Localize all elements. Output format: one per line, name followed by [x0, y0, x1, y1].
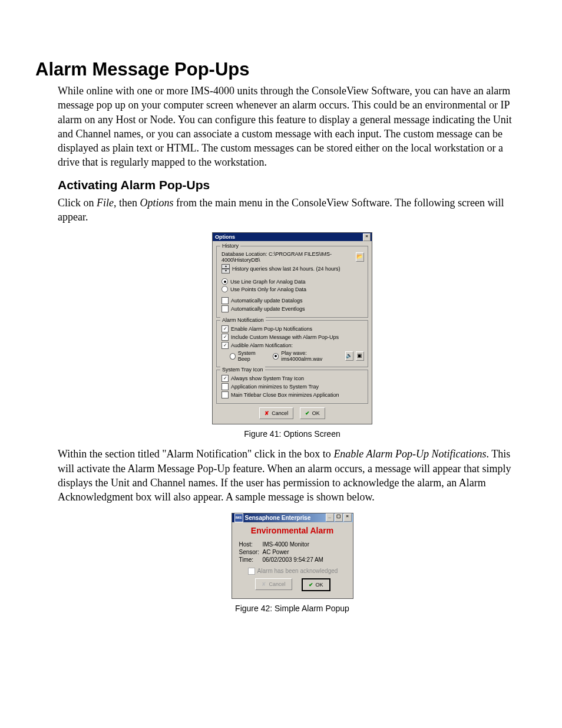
enable-popup-label: Enable Alarm Pop-Up Notifications: [231, 326, 312, 332]
x-icon: ✘: [265, 410, 269, 416]
host-label: Host:: [239, 541, 263, 548]
close-minimize-checkbox[interactable]: [222, 391, 229, 398]
ack-checkbox: [248, 568, 255, 575]
alarm-group: Alarm Notification ✓ Enable Alarm Pop-Up…: [216, 320, 368, 367]
check-icon: ✔: [305, 410, 310, 416]
include-custom-label: Include Custom Message with Alarm Pop-Up…: [231, 334, 339, 340]
x-icon: ✘: [262, 581, 266, 587]
check-icon: ✔: [309, 582, 313, 588]
points-only-radio[interactable]: [222, 286, 228, 292]
options-dialog: Options × History Database Location: C:\…: [212, 232, 372, 424]
options-title: Options: [215, 233, 235, 241]
include-custom-checkbox[interactable]: ✓: [222, 334, 229, 341]
figure-42-caption: Figure 42: Simple Alarm Popup: [58, 604, 527, 613]
section-title: Activating Alarm Pop-Ups: [58, 178, 527, 192]
enable-popup-checkbox[interactable]: ✓: [222, 325, 229, 332]
alarm-popup: IMS Sensaphone Enterprise _ ▢ × Environm…: [232, 513, 353, 599]
auto-datalogs-checkbox[interactable]: [222, 297, 229, 304]
tray-group: System Tray Icon ✓ Always show System Tr…: [216, 370, 368, 404]
browse-sound-icon[interactable]: ▣: [356, 351, 364, 361]
always-show-label: Always show System Tray Icon: [231, 375, 304, 381]
activate-instructions: Click on File, then Options from the mai…: [58, 196, 527, 225]
cancel-button[interactable]: ✘Cancel: [259, 407, 293, 419]
maximize-icon[interactable]: ▢: [335, 513, 343, 522]
speaker-icon[interactable]: 🔈: [345, 351, 353, 361]
sensor-label: Sensor:: [239, 549, 263, 555]
queries-label: History queries show last 24 hours. (24 …: [232, 266, 340, 272]
time-label: Time:: [239, 556, 263, 563]
history-group: History Database Location: C:\PROGRAM FI…: [216, 246, 368, 318]
time-value: 06/02/2003 9:54:27 AM: [263, 556, 323, 563]
always-show-checkbox[interactable]: ✓: [222, 375, 229, 382]
popup-ok-button[interactable]: ✔OK: [302, 578, 330, 591]
figure-41-caption: Figure 41: Options Screen: [58, 429, 527, 439]
page-title: Alarm Message Pop-Ups: [35, 59, 527, 80]
auto-eventlogs-checkbox[interactable]: [222, 305, 229, 312]
sensor-value: AC Power: [263, 549, 289, 555]
intro-text: While online with one or more IMS-4000 u…: [58, 84, 527, 170]
minimize-icon[interactable]: _: [326, 513, 334, 522]
audible-checkbox[interactable]: ✓: [222, 342, 229, 349]
close-icon[interactable]: ×: [343, 513, 352, 522]
history-legend: History: [220, 243, 240, 249]
tray-legend: System Tray Icon: [220, 367, 265, 373]
system-beep-radio[interactable]: [230, 353, 236, 360]
audible-label: Audible Alarm Notification:: [231, 342, 293, 348]
play-wave-label: Play wave: ims4000alrm.wav: [281, 350, 340, 362]
alarm-type-title: Environmental Alarm: [232, 522, 353, 538]
host-value: IMS-4000 Monitor: [263, 541, 309, 548]
popup-title: Sensaphone Enterprise: [245, 513, 311, 522]
db-location-label: Database Location: C:\PROGRAM FILES\IMS-…: [222, 251, 353, 263]
ack-text: Alarm has been acknowledged: [257, 568, 338, 574]
hours-spinner[interactable]: ▴▾: [222, 264, 230, 274]
line-graph-radio[interactable]: [222, 278, 228, 285]
minimize-tray-checkbox[interactable]: [222, 383, 229, 390]
folder-icon[interactable]: 📂: [356, 252, 364, 262]
minimize-tray-label: Application minimizes to System Tray: [231, 384, 319, 390]
popup-cancel-button[interactable]: ✘Cancel: [255, 578, 292, 590]
close-minimize-label: Main Titlebar Close Box minimizes Applic…: [231, 392, 339, 398]
app-icon: IMS: [234, 513, 243, 522]
play-wave-radio[interactable]: [273, 353, 279, 360]
alarm-notification-text: Within the section titled "Alarm Notific…: [58, 447, 527, 504]
points-only-label: Use Points Only for Analog Data: [230, 286, 306, 292]
system-beep-label: System Beep: [238, 350, 265, 362]
auto-datalogs-label: Automatically update Datalogs: [231, 298, 303, 304]
auto-eventlogs-label: Automatically update Eventlogs: [231, 306, 305, 312]
alarm-legend: Alarm Notification: [220, 317, 266, 323]
close-icon[interactable]: ×: [363, 233, 371, 241]
ok-button[interactable]: ✔OK: [300, 407, 325, 419]
line-graph-label: Use Line Graph for Analog Data: [230, 279, 306, 285]
